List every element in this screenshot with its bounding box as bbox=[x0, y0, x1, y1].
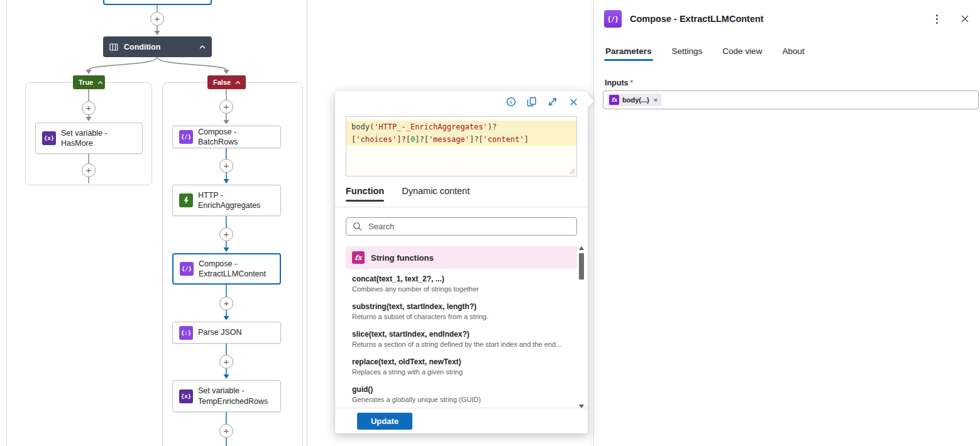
function-description: Combines any number of strings together bbox=[352, 285, 571, 293]
info-icon[interactable] bbox=[505, 96, 517, 107]
node-label: Set variable - HasMore bbox=[61, 128, 136, 149]
node-set-variable-tempenrichedrows[interactable]: {x} Set variable - TempEnrichedRows bbox=[172, 380, 281, 412]
token-label: body(...) bbox=[622, 96, 649, 104]
copy-icon[interactable] bbox=[526, 96, 537, 107]
node-compose-batchrows[interactable]: {/} Compose - BatchRows bbox=[172, 126, 281, 148]
false-branch-label: False bbox=[213, 79, 231, 86]
expression-tabs: Function Dynamic content bbox=[346, 186, 470, 202]
function-list-item[interactable]: replace(text, oldText, newText) Replaces… bbox=[346, 352, 577, 379]
variable-icon: {x} bbox=[42, 131, 56, 145]
node-partial-top[interactable] bbox=[103, 0, 212, 5]
function-list-item[interactable]: guid() Generates a globally unique strin… bbox=[346, 379, 577, 407]
expression-input[interactable]: body('HTTP_-_EnrichAggregates')? ['choic… bbox=[346, 116, 577, 177]
expression-toolbar bbox=[505, 96, 579, 107]
action-details-panel: {/} Compose - ExtractLLMContent Paramete… bbox=[593, 0, 980, 446]
false-branch-badge[interactable]: False bbox=[207, 75, 246, 89]
node-label: Compose - ExtractLLMContent bbox=[199, 259, 273, 280]
node-parse-json[interactable]: {:} Parse JSON bbox=[172, 322, 281, 344]
function-description: Generates a globally unique string (GUID… bbox=[352, 396, 571, 404]
chevron-up-icon bbox=[97, 81, 103, 84]
expression-token-chip[interactable]: fx body(...) × bbox=[607, 94, 661, 106]
http-icon bbox=[179, 193, 193, 207]
function-list-item[interactable]: concat(text_1, text_2?, ...) Combines an… bbox=[346, 269, 577, 296]
tab-code-view[interactable]: Code view bbox=[721, 41, 763, 62]
node-label: Parse JSON bbox=[198, 327, 241, 337]
inputs-field[interactable]: fx body(...) × bbox=[603, 90, 979, 109]
node-label: Compose - BatchRows bbox=[198, 127, 274, 148]
required-asterisk: * bbox=[630, 79, 634, 87]
add-action-button[interactable]: + bbox=[219, 159, 233, 173]
fx-icon: fx bbox=[609, 95, 619, 105]
expand-icon[interactable] bbox=[547, 96, 558, 107]
chevron-up-icon[interactable] bbox=[199, 45, 206, 49]
node-condition[interactable]: Condition bbox=[103, 36, 212, 57]
node-label: HTTP - EnrichAggregates bbox=[198, 190, 274, 211]
compose-icon: {/} bbox=[180, 262, 194, 276]
function-category-header[interactable]: fx String functions bbox=[346, 246, 577, 269]
add-action-button[interactable]: + bbox=[219, 424, 233, 438]
expression-editor-popup: body('HTTP_-_EnrichAggregates')? ['choic… bbox=[335, 91, 588, 433]
add-action-button[interactable]: + bbox=[219, 100, 233, 114]
condition-label: Condition bbox=[124, 43, 160, 52]
scrollbar[interactable] bbox=[578, 246, 585, 408]
update-button[interactable]: Update bbox=[357, 413, 412, 430]
function-description: Returns a section of a string defined by… bbox=[352, 340, 571, 349]
scrollbar-up-arrow[interactable] bbox=[579, 246, 584, 250]
add-action-button[interactable]: + bbox=[219, 355, 233, 369]
true-branch-label: True bbox=[79, 79, 93, 86]
category-label: String functions bbox=[371, 253, 434, 263]
expression-code-line[interactable]: ['choices']?[0]?['message']?['content'] bbox=[346, 133, 576, 146]
remove-token-icon[interactable]: × bbox=[654, 96, 658, 104]
chevron-up-icon bbox=[235, 81, 241, 84]
function-list-item[interactable]: slice(text, startIndex, endIndex?) Retur… bbox=[346, 324, 577, 352]
close-icon[interactable] bbox=[960, 14, 970, 24]
tab-about[interactable]: About bbox=[781, 41, 805, 62]
function-name: substring(text, startIndex, length?) bbox=[352, 302, 571, 311]
function-name: slice(text, startIndex, endIndex?) bbox=[352, 330, 571, 339]
panel-header: {/} Compose - ExtractLLMContent bbox=[604, 10, 970, 28]
search-input[interactable] bbox=[367, 221, 570, 232]
expression-code-line[interactable]: body('HTTP_-_EnrichAggregates')? bbox=[346, 121, 576, 133]
add-action-button[interactable]: + bbox=[82, 101, 96, 115]
compose-icon: {/} bbox=[604, 10, 622, 28]
function-name: guid() bbox=[352, 385, 571, 394]
panel-title: Compose - ExtractLLMContent bbox=[630, 14, 764, 24]
tab-parameters[interactable]: Parameters bbox=[604, 41, 653, 62]
panel-tabs: Parameters Settings Code view About bbox=[604, 41, 823, 62]
close-icon[interactable] bbox=[568, 96, 579, 107]
inputs-label: Inputs* bbox=[605, 79, 633, 87]
add-action-button[interactable]: + bbox=[219, 227, 233, 241]
node-http-enrichaggregates[interactable]: HTTP - EnrichAggregates bbox=[172, 185, 281, 216]
tab-settings[interactable]: Settings bbox=[671, 41, 704, 62]
node-label: Set variable - TempEnrichedRows bbox=[198, 386, 274, 406]
function-list-item[interactable]: substring(text, startIndex, length?) Ret… bbox=[346, 296, 577, 324]
add-action-button[interactable]: + bbox=[219, 296, 233, 310]
divider bbox=[335, 207, 588, 207]
tab-dynamic-content[interactable]: Dynamic content bbox=[402, 186, 470, 202]
parse-json-icon: {:} bbox=[179, 326, 193, 340]
add-action-button[interactable]: + bbox=[82, 163, 96, 177]
node-set-variable-hasmore[interactable]: {x} Set variable - HasMore bbox=[35, 122, 143, 154]
scrollbar-thumb[interactable] bbox=[579, 253, 584, 280]
function-description: Returns a subset of characters from a st… bbox=[352, 313, 571, 321]
tab-function[interactable]: Function bbox=[346, 186, 384, 202]
compose-icon: {/} bbox=[179, 130, 193, 144]
function-name: replace(text, oldText, newText) bbox=[352, 357, 571, 366]
function-name: concat(text_1, text_2?, ...) bbox=[352, 275, 571, 283]
fx-icon: fx bbox=[352, 251, 365, 264]
add-action-button[interactable]: + bbox=[150, 12, 164, 26]
condition-icon bbox=[109, 43, 118, 51]
popup-footer: Update bbox=[335, 408, 588, 433]
function-list[interactable]: fx String functions concat(text_1, text_… bbox=[335, 246, 588, 408]
resize-gripper-icon[interactable] bbox=[569, 168, 575, 175]
true-branch-badge[interactable]: True bbox=[73, 75, 105, 89]
variable-icon: {x} bbox=[179, 389, 193, 403]
function-description: Replaces a string with a given string bbox=[352, 368, 571, 376]
more-options-icon[interactable] bbox=[933, 12, 940, 26]
function-search[interactable] bbox=[346, 217, 577, 236]
node-compose-extractllmcontent-selected[interactable]: {/} Compose - ExtractLLMContent bbox=[172, 253, 281, 285]
search-icon bbox=[353, 222, 362, 231]
